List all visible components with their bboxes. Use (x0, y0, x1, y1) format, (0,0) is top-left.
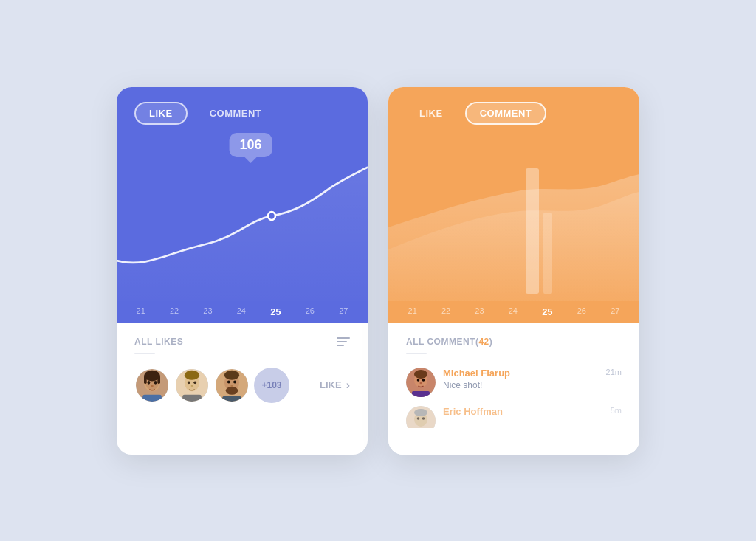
svg-point-24 (230, 385, 233, 387)
cx-label-26: 26 (577, 306, 586, 317)
comment-card-top: LIKE COMMENT (388, 87, 639, 323)
sort-line-1 (337, 337, 350, 339)
like-tab-row: LIKE COMMENT (134, 102, 350, 125)
cx-label-25-active: 25 (542, 306, 552, 317)
svg-point-7 (148, 381, 151, 385)
sort-line-3 (337, 345, 344, 346)
like-action-btn[interactable]: LIKE › (320, 379, 350, 392)
svg-point-0 (268, 212, 275, 220)
like-card-top: LIKE COMMENT 106 (117, 87, 368, 323)
svg-point-13 (185, 370, 199, 379)
like-action-label: LIKE (320, 379, 342, 390)
svg-point-33 (420, 382, 422, 383)
avatar-3-face (216, 369, 248, 402)
avatar-2-face (176, 369, 208, 402)
sort-icon[interactable] (337, 337, 350, 346)
like-tab-like-btn[interactable]: LIKE (134, 102, 188, 125)
comment-chart-svg (388, 154, 639, 301)
comment-divider (406, 353, 427, 354)
cx-label-23: 23 (475, 306, 484, 317)
svg-point-32 (422, 379, 425, 382)
avatar-2 (174, 368, 210, 403)
x-label-22: 22 (170, 306, 179, 317)
x-label-24: 24 (237, 306, 246, 317)
svg-rect-26 (526, 168, 539, 294)
comment-avatar-1 (406, 368, 436, 397)
svg-point-21 (226, 386, 238, 394)
svg-point-8 (154, 381, 157, 385)
comment-avatar-2 (406, 406, 436, 428)
like-card: LIKE COMMENT 106 (117, 87, 368, 455)
svg-point-16 (191, 385, 193, 386)
comment-x-axis: 21 22 23 24 25 26 27 (388, 306, 639, 317)
like-card-bottom: ALL LIKES (117, 323, 368, 421)
svg-point-14 (188, 381, 190, 384)
svg-rect-17 (182, 394, 202, 401)
like-chart-svg (117, 139, 368, 301)
comment-time-2: 5m (611, 406, 622, 415)
svg-rect-25 (222, 396, 241, 401)
comment-section-title: ALL COMMENT(42) (406, 337, 622, 347)
comment-name-2: Eric Hoffman (443, 406, 503, 417)
comment-item-2: Eric Hoffman 5m (406, 406, 622, 428)
like-divider (134, 353, 155, 354)
cards-container: LIKE COMMENT 106 (87, 58, 669, 484)
svg-point-9 (151, 385, 154, 387)
svg-point-37 (414, 409, 427, 416)
svg-point-22 (227, 380, 230, 383)
comment-face-1 (406, 368, 436, 397)
cx-label-22: 22 (441, 306, 450, 317)
comment-tab-like-btn[interactable]: LIKE (406, 103, 456, 123)
x-label-27: 27 (339, 306, 348, 317)
cx-label-24: 24 (509, 306, 518, 317)
svg-point-38 (417, 417, 420, 420)
x-label-21: 21 (137, 306, 145, 317)
plus-count-badge: +103 (254, 368, 289, 403)
svg-point-39 (422, 417, 425, 420)
cx-label-27: 27 (611, 306, 619, 317)
comment-text-1: Nice shot! (443, 380, 510, 390)
comment-card: LIKE COMMENT (388, 87, 639, 455)
x-label-26: 26 (306, 306, 315, 317)
cx-label-21: 21 (408, 306, 417, 317)
comment-card-bottom: ALL COMMENT(42) (388, 323, 639, 455)
comment-chart-area (388, 154, 639, 301)
all-likes-label: ALL LIKES (134, 337, 183, 347)
avatar-1-face (136, 369, 168, 402)
x-label-25-active: 25 (270, 306, 281, 317)
all-comment-label: ALL COMMENT(42) (406, 337, 492, 347)
comment-name-1: Michael Flarup (443, 368, 510, 379)
like-x-axis: 21 22 23 24 25 26 27 (117, 306, 368, 317)
svg-point-31 (417, 379, 420, 382)
svg-rect-10 (142, 394, 162, 401)
svg-rect-6 (157, 376, 160, 384)
comment-body-2: Eric Hoffman (443, 406, 503, 417)
like-section-title: ALL LIKES (134, 337, 350, 347)
svg-rect-34 (412, 391, 430, 397)
svg-point-15 (193, 381, 196, 384)
comment-tab-row: LIKE COMMENT (406, 102, 622, 125)
svg-rect-27 (543, 213, 552, 294)
avatars-row: +103 LIKE › (134, 368, 350, 403)
comment-body-1: Michael Flarup Nice shot! (443, 368, 510, 390)
avatar-3 (214, 368, 250, 403)
comment-item-1: Michael Flarup Nice shot! 21m (406, 368, 622, 397)
svg-rect-5 (144, 376, 147, 384)
avatar-1 (134, 368, 170, 403)
svg-point-20 (224, 370, 239, 379)
x-label-23: 23 (203, 306, 212, 317)
comment-tab-comment-btn[interactable]: COMMENT (465, 102, 547, 125)
sort-line-2 (337, 341, 347, 342)
like-tab-comment-btn[interactable]: COMMENT (196, 103, 275, 123)
svg-point-30 (414, 370, 427, 379)
svg-point-23 (233, 380, 236, 383)
comment-face-2 (406, 406, 436, 428)
like-action-arrow: › (346, 379, 350, 392)
comment-time-1: 21m (606, 368, 622, 376)
like-chart-area (117, 139, 368, 301)
